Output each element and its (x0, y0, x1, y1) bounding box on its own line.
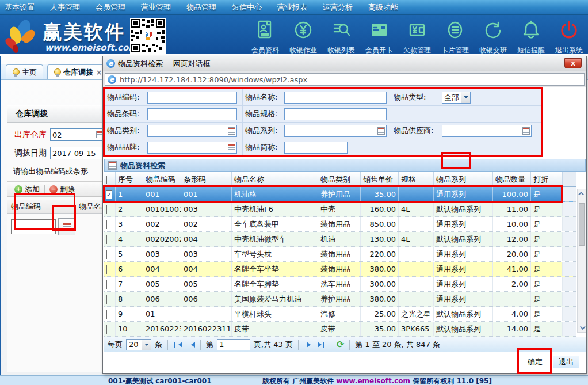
row-checkbox[interactable] (106, 325, 107, 334)
delete-button[interactable]: − 删除 (49, 184, 75, 195)
form-input[interactable] (147, 92, 237, 104)
next-page-button[interactable] (304, 340, 313, 349)
scroll-down-icon[interactable] (578, 323, 586, 332)
toolbar-button-sms-remind[interactable]: 短信提醒 (512, 17, 550, 54)
url-bar[interactable]: e http://124.172.184.132:8090/windows/wp… (105, 73, 585, 86)
main-toolbar: 会员资料收银作业收银列表会员开卡欠款管理卡片管理收银交班短信提醒退出系统 (246, 17, 588, 54)
scroll-up-icon[interactable] (578, 189, 586, 198)
form-label: 物品系列: (243, 125, 284, 136)
tab-home[interactable]: 主页 (6, 64, 43, 79)
menu-item-1[interactable]: 基本设置 (5, 2, 35, 13)
row-checkbox[interactable] (106, 220, 107, 229)
cell-no: 8 (116, 292, 143, 306)
table-row-6[interactable]: 6004004名牌全车坐垫装饰用品380.00通用系列41.00是 (104, 262, 576, 277)
toolbar-button-cashier-work[interactable]: 收银作业 (284, 17, 322, 54)
form-input[interactable] (147, 142, 237, 154)
tab-close-icon[interactable]: × (96, 68, 102, 77)
item-code-input[interactable] (11, 219, 56, 234)
menu-item-9[interactable]: 高级功能 (368, 2, 398, 13)
first-page-button[interactable] (173, 340, 182, 349)
cell-category: 养护用品 (318, 187, 361, 201)
cell-name: 美国原装爱马力机油 (232, 292, 318, 306)
emeisoft-link[interactable]: www.emeisoft.com (336, 377, 410, 385)
lookup-icon[interactable] (522, 127, 530, 135)
toolbar-button-member-card[interactable]: 会员开卡 (360, 17, 398, 54)
cell-category: 洗车用品 (318, 277, 361, 291)
select-all-checkbox[interactable] (106, 176, 107, 184)
cell-discount: 是 (531, 322, 563, 336)
exit-button[interactable]: 退出 (553, 356, 579, 368)
toolbar-button-cashier-list[interactable]: 收银列表 (322, 17, 360, 54)
cell-qty: 14.00 (493, 322, 531, 336)
last-page-button[interactable] (316, 340, 326, 349)
form-input[interactable] (284, 108, 387, 120)
form-input[interactable] (284, 142, 348, 154)
row-checkbox[interactable] (106, 265, 107, 274)
transfer-date-input[interactable]: 2017-09-15 (50, 147, 105, 159)
row-checkbox[interactable] (106, 280, 107, 289)
form-cell-r1c1: 物品编码: (105, 89, 243, 106)
table-row-1[interactable]: ✓1001001机油格养护用品35.00通用系列100.00是 (104, 187, 576, 202)
add-button[interactable]: + 添加 (14, 184, 40, 195)
brand-bar: 赢美软件 www.emeisoft.com 会员资料收银作业收银列表会员开卡欠款… (0, 15, 588, 54)
lookup-icon[interactable] (228, 127, 235, 135)
table-row-9[interactable]: 901平横杆球头汽修25.00之光之星默认物品系列4.00是 (104, 307, 576, 322)
bulb-icon (54, 68, 60, 77)
form-cell-r1c2: 物品名称: (243, 89, 391, 106)
toolbar-button-card-manage[interactable]: 卡片管理 (436, 17, 474, 54)
prev-page-button[interactable] (186, 340, 195, 349)
table-row-5[interactable]: 5003003车型号头枕装饰用品220.00通用系列20.00是 (104, 247, 576, 262)
row-checkbox[interactable] (106, 250, 107, 259)
menu-item-7[interactable]: 营业报表 (277, 2, 307, 13)
table-row-4[interactable]: 400202002004中壳机油微型车机油130.004L默认物品系列12.00… (104, 232, 576, 247)
vertical-scrollbar[interactable] (577, 189, 586, 333)
form-input[interactable] (442, 125, 532, 137)
form-input[interactable] (147, 108, 237, 120)
table-row-2[interactable]: 200101001003中壳机油F6中壳160.004L默认物品系列11.00是 (104, 202, 576, 217)
ok-button[interactable]: 确定 (522, 356, 548, 368)
cell-code: 00101001 (143, 202, 181, 216)
menu-item-3[interactable]: 会员管理 (96, 2, 125, 13)
form-label: 物品名称: (243, 92, 284, 102)
menu-item-4[interactable]: 营业管理 (141, 2, 171, 13)
row-checkbox[interactable] (106, 295, 107, 304)
row-checkbox[interactable]: ✓ (106, 190, 112, 199)
table-row-10[interactable]: 10201602231201602231155皮带皮带35.003PK665默认… (104, 322, 576, 337)
form-cell-r1c3: 物品类型:全部 (391, 89, 541, 106)
table-row-8[interactable]: 8006006美国原装爱马力机油养护用品380.00通用系列是 (104, 292, 576, 307)
menu-item-2[interactable]: 人事管理 (50, 2, 80, 13)
menu-item-6[interactable]: 短信中心 (232, 2, 262, 13)
toolbar-button-shift-change[interactable]: 收银交班 (474, 17, 512, 54)
refresh-icon[interactable]: ⟳ (337, 340, 344, 349)
toolbar-button-debt-manage[interactable]: 欠款管理 (398, 17, 436, 54)
scrollbar-thumb[interactable] (579, 203, 585, 246)
out-warehouse-label: 出库仓库 (14, 129, 47, 140)
form-input[interactable] (284, 92, 387, 104)
out-warehouse-input[interactable]: 02 (50, 128, 105, 141)
cell-filler (563, 202, 576, 216)
dialog-close-button[interactable]: x (564, 58, 582, 68)
lookup-icon[interactable] (228, 144, 235, 151)
per-page-select[interactable]: 20 (126, 339, 151, 350)
cell-series: 默认物品系列 (434, 202, 493, 216)
cell-qty (493, 292, 531, 306)
table-row-7[interactable]: 7005005名牌全车脚垫洗车用品300.00通用系列2.00是 (104, 277, 576, 292)
cell-qty: 100.00 (493, 187, 531, 201)
row-checkbox[interactable] (106, 235, 107, 244)
cell-qty: 11.00 (493, 202, 531, 216)
row-checkbox[interactable] (106, 205, 107, 214)
item-code-lookup-button[interactable] (58, 218, 75, 235)
menu-item-8[interactable]: 运营分析 (323, 2, 353, 13)
table-row-3[interactable]: 3002002全车底盘装甲装饰用品850.00通用系列10.00是 (104, 217, 576, 232)
lookup-icon[interactable] (377, 127, 385, 135)
tab-warehouse-transfer[interactable]: 仓库调拨 × (47, 64, 108, 79)
dialog-titlebar[interactable]: e 物品资料检索 -- 网页对话框 x (103, 56, 586, 71)
menu-item-5[interactable]: 物品管理 (186, 2, 216, 13)
item-type-select[interactable]: 全部 (442, 92, 471, 104)
form-input[interactable] (284, 125, 387, 137)
page-number-input[interactable]: 1 (217, 339, 250, 350)
toolbar-button-member-profile[interactable]: 会员资料 (246, 17, 284, 54)
form-input[interactable] (147, 125, 237, 137)
toolbar-button-power-off[interactable]: 退出系统 (550, 17, 588, 54)
row-checkbox[interactable] (106, 310, 107, 319)
